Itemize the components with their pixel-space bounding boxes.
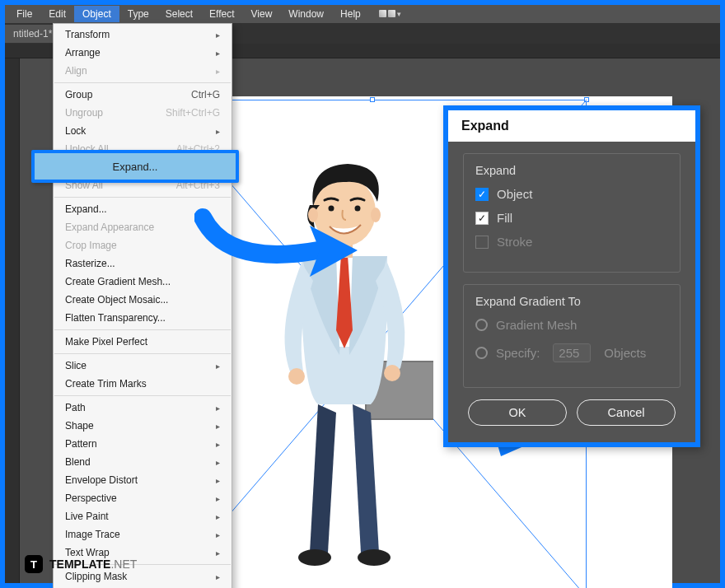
checkbox-fill-label: Fill bbox=[497, 211, 512, 225]
menu-item-align: Align▸ bbox=[54, 62, 232, 80]
object-dropdown-menu: Transform▸Arrange▸Align▸GroupCtrl+GUngro… bbox=[53, 23, 232, 588]
menu-window[interactable]: Window bbox=[280, 6, 332, 22]
menu-item-create-gradient-mesh[interactable]: Create Gradient Mesh... bbox=[54, 273, 232, 291]
menu-file[interactable]: File bbox=[8, 6, 40, 22]
menu-item-expand[interactable]: Expand... bbox=[54, 200, 232, 218]
menu-item-blend[interactable]: Blend▸ bbox=[54, 453, 232, 471]
character-illustration bbox=[260, 157, 433, 577]
expand-dialog: Expand Expand ✓ Object ✓ Fill Stroke Exp… bbox=[443, 105, 700, 447]
watermark-text-light: .NET bbox=[110, 558, 137, 571]
menu-item-flatten-transparency[interactable]: Flatten Transparency... bbox=[54, 309, 232, 327]
ok-button[interactable]: OK bbox=[468, 399, 567, 426]
menu-item-envelope-distort[interactable]: Envelope Distort▸ bbox=[54, 471, 232, 489]
watermark-text-bold: TEMPLATE bbox=[49, 558, 110, 571]
menu-help[interactable]: Help bbox=[332, 6, 369, 22]
menu-item-make-pixel-perfect[interactable]: Make Pixel Perfect bbox=[54, 333, 232, 351]
menu-effect[interactable]: Effect bbox=[201, 6, 242, 22]
radio-gradient-mesh-label: Gradient Mesh bbox=[496, 318, 577, 332]
radio-row-gradient-mesh: Gradient Mesh bbox=[475, 318, 668, 332]
menu-item-group[interactable]: GroupCtrl+G bbox=[54, 86, 232, 104]
specify-unit-label: Objects bbox=[604, 346, 646, 360]
svg-point-4 bbox=[298, 549, 331, 566]
specify-input: 255 bbox=[553, 343, 591, 362]
checkbox-object-label: Object bbox=[497, 187, 532, 201]
svg-point-10 bbox=[308, 208, 318, 222]
gradient-group: Expand Gradient To Gradient Mesh Specify… bbox=[463, 284, 681, 388]
checkbox-stroke-label: Stroke bbox=[497, 235, 532, 249]
menu-item-image-trace[interactable]: Image Trace▸ bbox=[54, 525, 232, 544]
radio-gradient-mesh bbox=[475, 319, 488, 331]
menu-view[interactable]: View bbox=[243, 6, 281, 22]
expand-group: Expand ✓ Object ✓ Fill Stroke bbox=[463, 153, 681, 273]
menu-edit[interactable]: Edit bbox=[40, 6, 74, 22]
dialog-title: Expand bbox=[448, 110, 695, 142]
menu-item-crop-image: Crop Image bbox=[54, 236, 232, 254]
menu-item-path[interactable]: Path▸ bbox=[54, 399, 232, 417]
radio-specify-label: Specify: bbox=[496, 346, 540, 360]
svg-point-6 bbox=[288, 368, 305, 385]
menu-item-ungroup: UngroupShift+Ctrl+G bbox=[54, 104, 232, 122]
menu-item-expand-appearance: Expand Appearance bbox=[54, 218, 232, 236]
highlighted-expand-menu-item[interactable]: Expand... bbox=[31, 150, 239, 183]
svg-point-13 bbox=[355, 206, 361, 212]
menu-item-lock[interactable]: Lock▸ bbox=[54, 122, 232, 140]
gradient-group-title: Expand Gradient To bbox=[475, 295, 668, 308]
menu-item-create-trim-marks[interactable]: Create Trim Marks bbox=[54, 375, 232, 393]
checkbox-row-fill[interactable]: ✓ Fill bbox=[475, 211, 668, 225]
menubar: File Edit Object Type Select Effect View… bbox=[5, 5, 720, 23]
checkbox-object[interactable]: ✓ bbox=[475, 188, 489, 201]
menu-item-pattern[interactable]: Pattern▸ bbox=[54, 435, 232, 453]
menu-object[interactable]: Object bbox=[74, 6, 119, 22]
checkbox-fill[interactable]: ✓ bbox=[475, 212, 489, 225]
menu-item-perspective[interactable]: Perspective▸ bbox=[54, 489, 232, 507]
ruler-vertical bbox=[5, 58, 20, 583]
menu-select[interactable]: Select bbox=[157, 6, 201, 22]
svg-point-12 bbox=[329, 206, 334, 212]
checkbox-stroke bbox=[475, 236, 489, 249]
checkbox-row-object[interactable]: ✓ Object bbox=[475, 187, 668, 201]
menu-item-transform[interactable]: Transform▸ bbox=[54, 26, 232, 44]
watermark-icon: T bbox=[25, 555, 43, 573]
checkbox-row-stroke: Stroke bbox=[475, 235, 668, 249]
radio-specify bbox=[475, 347, 488, 359]
svg-point-5 bbox=[358, 549, 391, 566]
watermark: T TEMPLATE.NET bbox=[25, 555, 137, 573]
expand-group-title: Expand bbox=[475, 164, 668, 177]
menu-item-arrange[interactable]: Arrange▸ bbox=[54, 44, 232, 62]
menu-item-slice[interactable]: Slice▸ bbox=[54, 357, 232, 375]
app-frame: File Edit Object Type Select Effect View… bbox=[5, 5, 720, 583]
menu-item-live-paint[interactable]: Live Paint▸ bbox=[54, 507, 232, 525]
radio-row-specify: Specify: 255 Objects bbox=[475, 343, 668, 362]
menu-type[interactable]: Type bbox=[119, 6, 157, 22]
menu-item-shape[interactable]: Shape▸ bbox=[54, 417, 232, 435]
menu-item-create-object-mosaic[interactable]: Create Object Mosaic... bbox=[54, 291, 232, 309]
menu-item-rasterize[interactable]: Rasterize... bbox=[54, 254, 232, 273]
svg-point-7 bbox=[384, 365, 400, 381]
workspace-switcher-icon[interactable]: ▾ bbox=[379, 10, 401, 18]
cancel-button[interactable]: Cancel bbox=[577, 399, 676, 426]
svg-point-11 bbox=[371, 208, 381, 222]
